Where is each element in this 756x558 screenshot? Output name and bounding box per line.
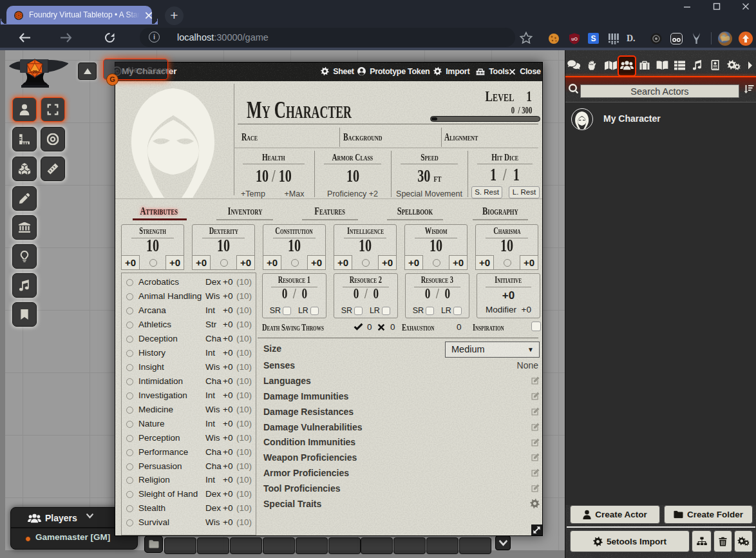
svg-text:S: S xyxy=(591,34,596,43)
svg-text:20: 20 xyxy=(32,70,37,74)
svg-text:uO: uO xyxy=(571,37,578,41)
